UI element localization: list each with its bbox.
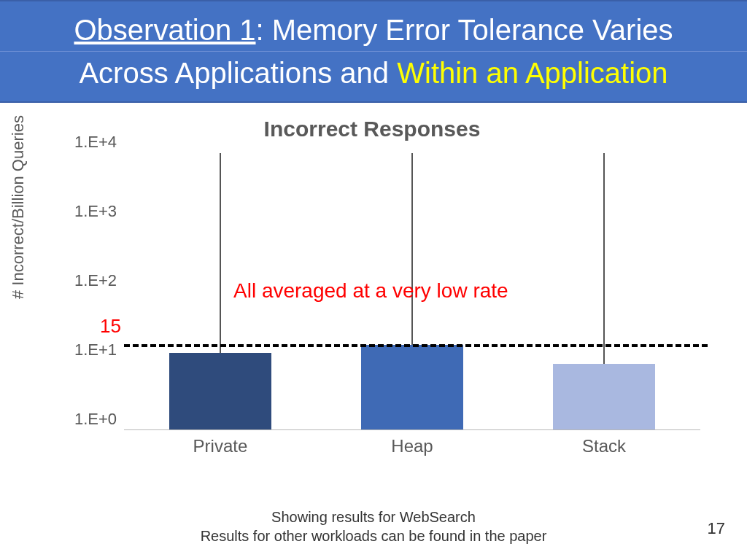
title-part1: : Memory Error Tolerance Varies: [256, 14, 673, 46]
chart: Incorrect Responses # Incorrect/Billion …: [29, 117, 715, 481]
bar-stack: [553, 364, 655, 430]
footnote-line-1: Showing results for WebSearch: [0, 508, 747, 526]
annotation-low-rate: All averaged at a very low rate: [233, 279, 508, 303]
title-line-1: Observation 1: Memory Error Tolerance Va…: [0, 12, 747, 48]
y-axis-title: # Incorrect/Billion Queries: [9, 115, 28, 299]
x-cat-heap: Heap: [391, 436, 433, 456]
title-banner: Observation 1: Memory Error Tolerance Va…: [0, 0, 747, 103]
x-cat-stack: Stack: [582, 436, 626, 456]
threshold-label: 15: [100, 315, 121, 338]
title-line-2: Across Applications and Within an Applic…: [0, 55, 747, 91]
plot-area: 1.E+0 1.E+1 1.E+2 1.E+3 1.E+4 15 All ave…: [124, 153, 700, 430]
title-divider: [0, 51, 747, 52]
y-tick-1: 1.E+1: [74, 341, 117, 359]
bar-private: [169, 353, 271, 430]
title-observation-label: Observation 1: [74, 14, 255, 46]
title-part2a: Across Applications and: [79, 57, 397, 89]
slide: Observation 1: Memory Error Tolerance Va…: [0, 0, 747, 560]
y-tick-4: 1.E+4: [74, 133, 117, 152]
footnote: Showing results for WebSearch Results fo…: [0, 508, 747, 545]
x-axis-line: [124, 429, 700, 430]
y-tick-0: 1.E+0: [74, 410, 117, 429]
threshold-line: [124, 344, 708, 347]
y-tick-2: 1.E+2: [74, 271, 117, 290]
footnote-line-2: Results for other workloads can be found…: [0, 526, 747, 545]
chart-title: Incorrect Responses: [29, 117, 715, 141]
title-part2b-highlight: Within an Application: [397, 57, 667, 89]
bar-heap: [361, 345, 463, 430]
x-cat-private: Private: [193, 436, 248, 456]
page-number: 17: [708, 519, 725, 538]
y-tick-3: 1.E+3: [74, 202, 117, 221]
